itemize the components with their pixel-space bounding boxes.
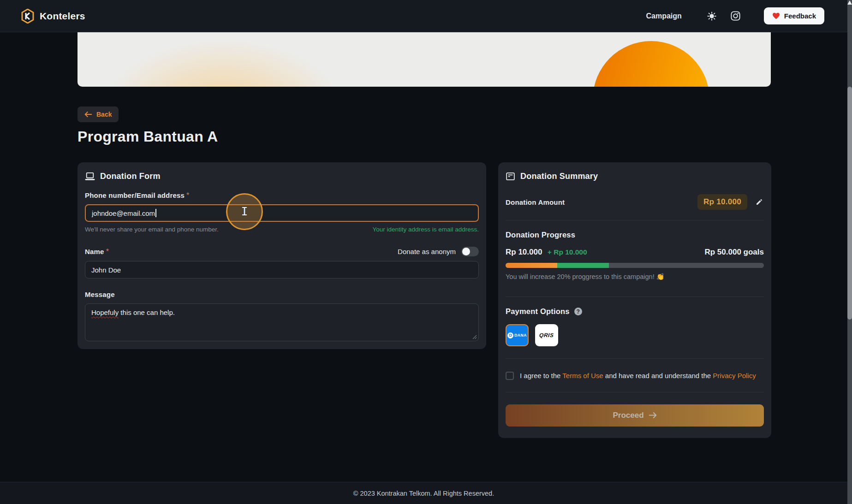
instagram-icon[interactable] <box>730 10 742 22</box>
toggle-knob <box>462 248 470 255</box>
message-label: Message <box>85 291 115 298</box>
progress-goal-amount: Rp 50.000 goals <box>704 248 764 257</box>
help-icon[interactable]: ? <box>574 308 582 315</box>
donation-summary-card: Donation Summary Donation Amount Rp 10.0… <box>498 162 771 438</box>
amount-label: Donation Amount <box>506 198 565 206</box>
brand-name: Kontelers <box>40 11 85 22</box>
brand-logo-icon <box>21 9 34 24</box>
terms-checkbox[interactable] <box>506 372 514 380</box>
summary-card-icon <box>506 172 515 181</box>
progress-caption: You will increase 20% proggress to this … <box>506 273 764 281</box>
theme-toggle-sun-icon[interactable] <box>706 10 718 22</box>
name-label: Name <box>85 248 104 255</box>
required-asterisk: * <box>106 248 109 255</box>
progress-bar-current <box>506 263 557 268</box>
scrollbar-thumb[interactable] <box>847 87 852 320</box>
name-input-value: John Doe <box>91 266 121 274</box>
arrow-right-icon <box>649 412 657 419</box>
contact-helper-text: We'll never share your email and phone n… <box>85 226 219 233</box>
page-title: Program Bantuan A <box>77 128 218 145</box>
proceed-label: Proceed <box>613 411 643 420</box>
text-caret <box>155 209 156 217</box>
donation-form-card: Donation Form Phone number/Email address… <box>77 162 486 349</box>
message-textarea[interactable]: Hopefuly this one can help. <box>85 303 479 341</box>
progress-current-amount: Rp 10.000 <box>506 248 542 256</box>
message-text-misspelled: Hopefuly <box>91 308 119 316</box>
dana-logo: D DANA <box>507 332 527 338</box>
edit-amount-button[interactable] <box>755 197 764 207</box>
heart-icon <box>772 12 780 19</box>
arrow-left-icon <box>84 111 92 118</box>
feedback-label: Feedback <box>784 12 816 20</box>
progress-added-amount: + Rp 10.000 <box>548 248 587 256</box>
footer: © 2023 Kontrakan Telkom. All Rights Rese… <box>0 482 847 504</box>
brand[interactable]: Kontelers <box>21 9 85 24</box>
contact-label: Phone number/Email address <box>85 191 185 199</box>
payment-option-qris[interactable]: QRIS <box>535 324 558 346</box>
privacy-policy-link[interactable]: Privacy Policy <box>713 372 756 379</box>
terms-of-use-link[interactable]: Terms of Use <box>562 372 603 379</box>
back-button[interactable]: Back <box>77 107 119 122</box>
laptop-icon <box>85 172 95 181</box>
copyright-text: © 2023 Kontrakan Telkom. All Rights Rese… <box>353 490 494 497</box>
message-text: this one can help. <box>119 308 175 316</box>
name-input[interactable]: John Doe <box>85 261 479 279</box>
terms-text: I agree to the Terms of Use and have rea… <box>520 371 756 381</box>
feedback-button[interactable]: Feedback <box>764 7 824 24</box>
navbar: Kontelers Campaign Feedback <box>0 0 847 32</box>
anonym-label: Donate as anonym <box>398 248 456 255</box>
scrollbar[interactable] <box>847 0 852 504</box>
anonym-toggle[interactable] <box>461 247 479 256</box>
proceed-button[interactable]: Proceed <box>506 404 764 427</box>
nav-link-campaign[interactable]: Campaign <box>646 12 681 20</box>
identity-type-hint: Your identity address is email address. <box>372 226 479 233</box>
payment-options-title: Payment Options <box>506 307 570 316</box>
required-asterisk: * <box>186 191 189 199</box>
progress-bar <box>506 263 764 268</box>
summary-card-title: Donation Summary <box>520 172 598 181</box>
scrollbar-up-arrow[interactable] <box>847 0 852 5</box>
hero-decor-circle <box>593 41 709 87</box>
progress-bar-added <box>557 263 609 268</box>
form-card-title: Donation Form <box>100 172 161 181</box>
amount-badge: Rp 10.000 <box>697 194 747 210</box>
payment-option-dana[interactable]: D DANA <box>506 324 529 346</box>
contact-input[interactable]: johndoe@email.com <box>85 204 479 222</box>
progress-section-title: Donation Progress <box>506 231 764 239</box>
resize-handle[interactable] <box>472 335 477 339</box>
campaign-hero-banner <box>77 32 771 87</box>
back-label: Back <box>96 111 112 118</box>
contact-input-value: johndoe@email.com <box>92 209 155 217</box>
qris-logo: QRIS <box>539 332 554 338</box>
